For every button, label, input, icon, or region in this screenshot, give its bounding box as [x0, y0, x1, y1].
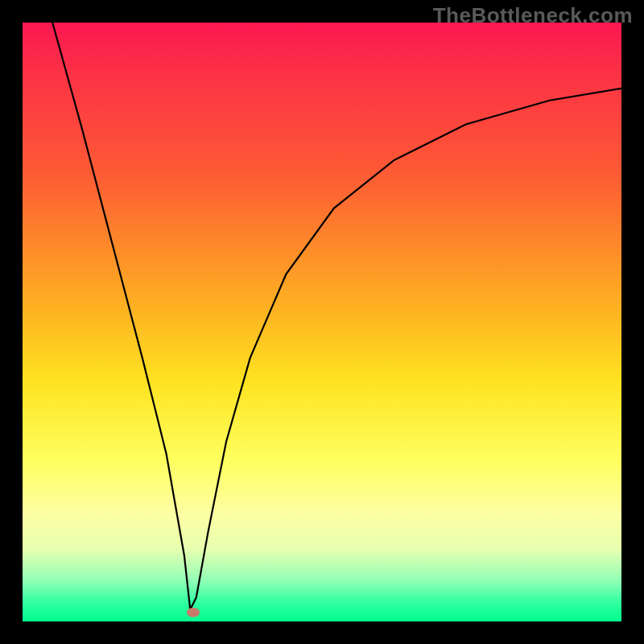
- chart-frame: TheBottleneck.com: [0, 0, 644, 644]
- bottleneck-curve: [52, 23, 621, 609]
- plot-area: [23, 23, 621, 621]
- curve-svg: [23, 23, 621, 621]
- minimum-marker: [187, 608, 200, 617]
